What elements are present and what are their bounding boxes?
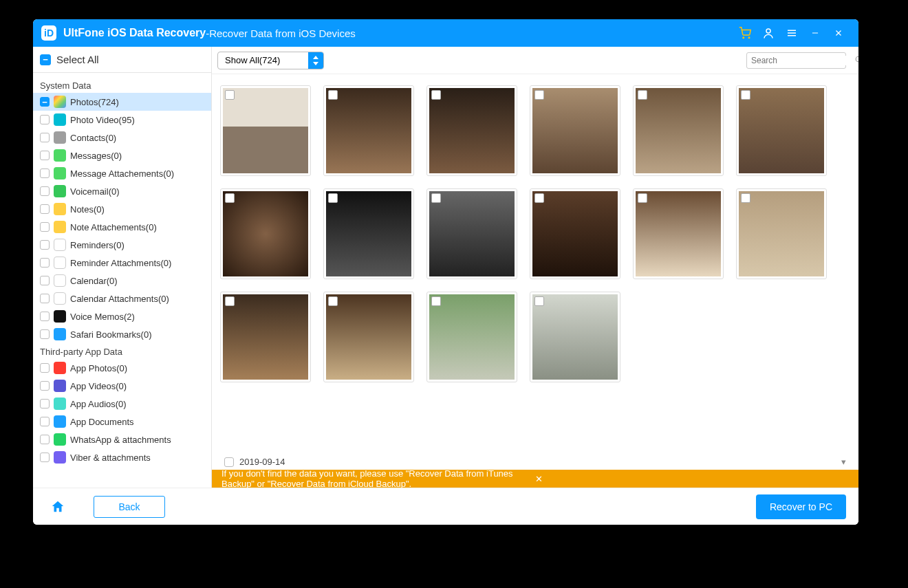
photo-thumb[interactable] <box>323 85 414 176</box>
photo-thumb[interactable] <box>633 85 724 176</box>
photo-thumb[interactable] <box>323 292 414 382</box>
minimize-button[interactable] <box>803 21 827 45</box>
photo-thumb[interactable] <box>736 85 827 176</box>
cart-icon[interactable] <box>733 21 757 45</box>
sidebar-item[interactable]: App Photos(0) <box>33 359 211 377</box>
photo-thumb[interactable] <box>736 188 827 279</box>
sidebar-item[interactable]: Voice Memos(2) <box>33 307 211 325</box>
photo-thumb[interactable] <box>220 188 311 279</box>
sidebar-item[interactable]: Contacts(0) <box>33 129 211 146</box>
item-checkbox[interactable] <box>40 168 50 178</box>
thumb-checkbox[interactable] <box>534 90 544 100</box>
item-checkbox[interactable] <box>40 133 50 142</box>
sidebar-item[interactable]: Messages(0) <box>33 146 211 164</box>
category-icon <box>54 398 66 410</box>
item-checkbox[interactable] <box>40 363 50 373</box>
sidebar-item[interactable]: Photo Video(95) <box>33 111 211 129</box>
category-icon <box>54 415 66 428</box>
recover-button[interactable]: Recover to PC <box>756 494 846 519</box>
menu-icon[interactable] <box>780 21 803 45</box>
close-button[interactable] <box>827 21 850 45</box>
thumb-image <box>326 88 411 173</box>
item-checkbox[interactable] <box>40 258 50 268</box>
photo-thumb[interactable] <box>220 292 311 382</box>
section-header: Third-party App Data <box>33 343 211 359</box>
thumb-checkbox[interactable] <box>225 296 235 306</box>
photo-thumb[interactable] <box>220 85 311 176</box>
sidebar-item[interactable]: App Documents <box>33 413 211 431</box>
item-checkbox[interactable] <box>40 97 50 107</box>
sidebar-item[interactable]: App Videos(0) <box>33 377 211 395</box>
item-checkbox[interactable] <box>40 115 50 124</box>
thumb-checkbox[interactable] <box>431 193 441 203</box>
item-checkbox[interactable] <box>40 453 50 462</box>
thumb-checkbox[interactable] <box>431 296 441 306</box>
photo-thumb[interactable] <box>426 292 517 382</box>
date-group-checkbox[interactable] <box>224 457 234 467</box>
sidebar-item[interactable]: Viber & attachments <box>33 448 211 466</box>
home-button[interactable] <box>45 494 70 519</box>
thumb-checkbox[interactable] <box>328 193 338 203</box>
sidebar-item[interactable]: Reminders(0) <box>33 236 211 254</box>
search-box[interactable] <box>746 52 846 69</box>
sidebar-item[interactable]: Photos(724) <box>33 93 211 111</box>
toolbar-row: Show All(724) <box>212 47 858 74</box>
photo-thumb[interactable] <box>323 188 414 279</box>
photo-thumb[interactable] <box>633 188 724 279</box>
photo-thumb[interactable] <box>530 85 620 176</box>
item-checkbox[interactable] <box>40 204 50 214</box>
sidebar-item[interactable]: Note Attachements(0) <box>33 218 211 236</box>
sidebar-item[interactable]: Calendar(0) <box>33 272 211 290</box>
user-icon[interactable] <box>757 21 780 45</box>
photo-thumb[interactable] <box>530 292 620 382</box>
photo-thumb[interactable] <box>530 188 620 279</box>
select-all-row[interactable]: Select All <box>33 47 211 73</box>
sidebar-item[interactable]: Reminder Attachments(0) <box>33 254 211 272</box>
item-checkbox[interactable] <box>40 417 50 426</box>
sidebar-item[interactable]: App Audios(0) <box>33 395 211 413</box>
filter-dropdown[interactable]: Show All(724) <box>217 52 324 69</box>
sidebar-item-label: Notes(0) <box>70 204 204 215</box>
date-group-row[interactable]: 2019-09-14 ▾ <box>212 454 858 470</box>
sidebar-item[interactable]: WhatsApp & attachments <box>33 431 211 448</box>
thumb-checkbox[interactable] <box>638 193 647 203</box>
item-checkbox[interactable] <box>40 435 50 444</box>
thumb-checkbox[interactable] <box>534 296 544 306</box>
category-icon <box>54 274 66 287</box>
chevron-down-icon[interactable]: ▾ <box>841 457 846 467</box>
sidebar-item[interactable]: Safari Bookmarks(0) <box>33 325 211 343</box>
item-checkbox[interactable] <box>40 222 50 232</box>
thumb-checkbox[interactable] <box>328 90 338 100</box>
item-checkbox[interactable] <box>40 329 50 339</box>
thumb-checkbox[interactable] <box>328 296 338 306</box>
item-checkbox[interactable] <box>40 186 50 196</box>
photo-thumb[interactable] <box>426 85 517 176</box>
select-all-checkbox[interactable] <box>40 54 51 65</box>
item-checkbox[interactable] <box>40 240 50 250</box>
thumb-image <box>739 88 824 173</box>
sidebar-item[interactable]: Calendar Attachments(0) <box>33 290 211 307</box>
sidebar-item-label: Contacts(0) <box>70 133 204 143</box>
search-input[interactable] <box>751 56 854 65</box>
thumb-checkbox[interactable] <box>741 90 750 100</box>
thumb-checkbox[interactable] <box>225 90 235 100</box>
thumb-checkbox[interactable] <box>225 193 235 203</box>
item-checkbox[interactable] <box>40 399 50 409</box>
thumb-checkbox[interactable] <box>638 90 647 100</box>
item-checkbox[interactable] <box>40 381 50 391</box>
sidebar-item[interactable]: Notes(0) <box>33 200 211 218</box>
thumb-checkbox[interactable] <box>431 90 441 100</box>
thumb-checkbox[interactable] <box>534 193 544 203</box>
info-close-icon[interactable]: ✕ <box>535 474 849 484</box>
sidebar-item[interactable]: Message Attachements(0) <box>33 164 211 182</box>
thumb-checkbox[interactable] <box>741 193 750 203</box>
back-button[interactable]: Back <box>94 496 165 518</box>
photo-thumb[interactable] <box>426 188 517 279</box>
search-icon <box>854 54 858 67</box>
item-checkbox[interactable] <box>40 151 50 160</box>
item-checkbox[interactable] <box>40 294 50 303</box>
item-checkbox[interactable] <box>40 312 50 321</box>
sidebar-item[interactable]: Voicemail(0) <box>33 182 211 200</box>
sidebar-item-label: Note Attachements(0) <box>70 222 204 232</box>
item-checkbox[interactable] <box>40 276 50 285</box>
